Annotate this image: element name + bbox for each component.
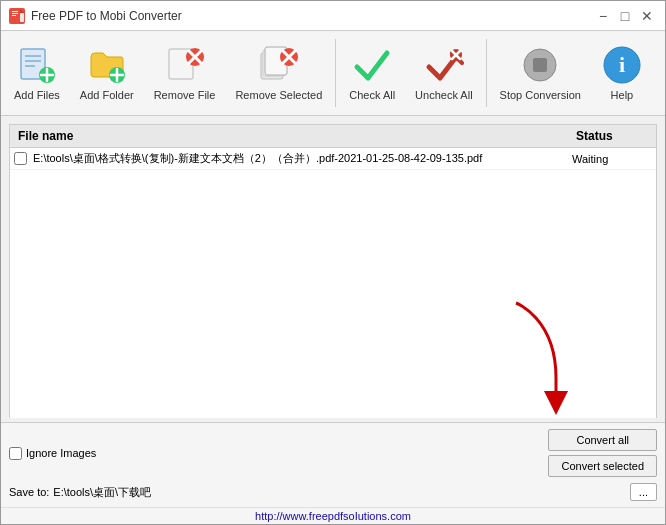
check-all-label: Check All xyxy=(349,89,395,101)
footer-link-bar: http://www.freepdfsoIutions.com xyxy=(1,507,665,524)
svg-rect-31 xyxy=(533,58,547,72)
svg-text:i: i xyxy=(619,52,625,77)
convert-buttons: Convert all Convert selected xyxy=(548,429,657,477)
file-list[interactable]: File name Status E:\tools\桌面\格式转换\(复制)-新… xyxy=(9,124,657,418)
minimize-button[interactable]: − xyxy=(593,6,613,26)
save-to-row: Ignore Images xyxy=(9,447,548,460)
save-to-path: E:\tools\桌面\下载吧 xyxy=(53,485,625,500)
main-window: Free PDF to Mobi Converter − □ ✕ Add Fil… xyxy=(0,0,666,525)
header-filename: File name xyxy=(14,127,572,145)
browse-button[interactable]: ... xyxy=(630,483,657,501)
website-link[interactable]: http://www.freepdfsoIutions.com xyxy=(255,510,411,522)
header-status: Status xyxy=(572,127,652,145)
title-bar: Free PDF to Mobi Converter − □ ✕ xyxy=(1,1,665,31)
svg-rect-3 xyxy=(12,15,16,16)
uncheck-all-button[interactable]: Uncheck All xyxy=(406,35,481,111)
table-row: E:\tools\桌面\格式转换\(复制)-新建文本文档（2）（合并）.pdf-… xyxy=(10,148,656,170)
window-title: Free PDF to Mobi Converter xyxy=(31,9,182,23)
add-files-label: Add Files xyxy=(14,89,60,101)
help-label: Help xyxy=(611,89,634,101)
add-folder-button[interactable]: Add Folder xyxy=(71,35,143,111)
convert-selected-button[interactable]: Convert selected xyxy=(548,455,657,477)
maximize-button[interactable]: □ xyxy=(615,6,635,26)
save-to-label: Save to: xyxy=(9,486,49,498)
uncheck-all-label: Uncheck All xyxy=(415,89,472,101)
file-list-header: File name Status xyxy=(10,125,656,148)
file-checkbox[interactable] xyxy=(14,152,27,165)
add-folder-label: Add Folder xyxy=(80,89,134,101)
ignore-images-label: Ignore Images xyxy=(9,447,96,460)
svg-rect-2 xyxy=(12,13,18,14)
stop-conversion-label: Stop Conversion xyxy=(500,89,581,101)
bottom-row2: Save to: E:\tools\桌面\下载吧 ... xyxy=(9,483,657,501)
stop-conversion-button[interactable]: Stop Conversion xyxy=(491,35,590,111)
remove-file-label: Remove File xyxy=(154,89,216,101)
add-files-button[interactable]: Add Files xyxy=(5,35,69,111)
help-button[interactable]: i Help xyxy=(592,35,652,111)
remove-selected-label: Remove Selected xyxy=(235,89,322,101)
svg-rect-1 xyxy=(12,11,18,12)
ignore-images-checkbox[interactable] xyxy=(9,447,22,460)
convert-all-button[interactable]: Convert all xyxy=(548,429,657,451)
app-icon xyxy=(9,8,25,24)
file-list-wrapper: File name Status E:\tools\桌面\格式转换\(复制)-新… xyxy=(5,120,661,418)
file-status: Waiting xyxy=(572,153,652,165)
svg-rect-5 xyxy=(20,13,24,22)
remove-selected-button[interactable]: Remove Selected xyxy=(226,35,331,111)
close-button[interactable]: ✕ xyxy=(637,6,657,26)
bottom-bar: Ignore Images Convert all Convert select… xyxy=(1,422,665,507)
svg-marker-4 xyxy=(20,9,24,13)
window-controls: − □ ✕ xyxy=(593,6,657,26)
toolbar: Add Files Add Folder Remove File xyxy=(1,31,665,116)
separator-1 xyxy=(335,39,336,107)
separator-2 xyxy=(486,39,487,107)
file-name: E:\tools\桌面\格式转换\(复制)-新建文本文档（2）（合并）.pdf-… xyxy=(33,151,572,166)
title-bar-left: Free PDF to Mobi Converter xyxy=(9,8,182,24)
remove-file-button[interactable]: Remove File xyxy=(145,35,225,111)
check-all-button[interactable]: Check All xyxy=(340,35,404,111)
bottom-row1: Ignore Images Convert all Convert select… xyxy=(9,429,657,477)
main-content: File name Status E:\tools\桌面\格式转换\(复制)-新… xyxy=(1,116,665,507)
